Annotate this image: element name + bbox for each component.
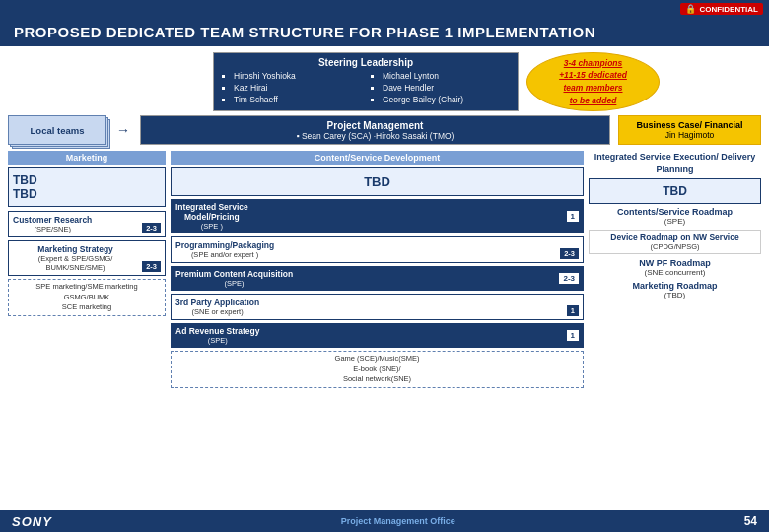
champions-oval: 3-4 champions +11-15 dedicated team memb…	[526, 52, 660, 111]
marketing-roadmap-item: Marketing Roadmap (TBD)	[589, 281, 761, 299]
project-mgmt-title: Project Management	[327, 120, 424, 131]
premium-content-box: Premium Content Acquisition (SPE) 2-3	[171, 266, 584, 291]
row2: Local teams → Project Management ▪ Sean …	[8, 115, 761, 145]
three-columns: Marketing TBD TBD Customer Research (SPE…	[8, 151, 761, 388]
local-teams-wrapper: Local teams	[8, 115, 114, 145]
steering-person-1: Hiroshi Yoshioka	[234, 71, 361, 83]
top-bar: 🔒 CONFIDENTIAL	[0, 0, 769, 18]
col-left-header: Marketing	[8, 151, 166, 165]
col-mid-bottom: Game (SCE)/Music(SME) E-book (SNE)/ Soci…	[171, 351, 584, 388]
col-right: Integrated Service Execution/ Delivery P…	[589, 151, 761, 388]
marketing-roadmap-title: Marketing Roadmap	[589, 281, 761, 291]
col-mid-header: Content/Service Development	[171, 151, 584, 165]
ad-revenue-title: Ad Revenue Strategy	[175, 326, 260, 336]
steering-person-5: Dave Hendler	[383, 83, 510, 95]
party-badge: 1	[567, 305, 579, 316]
premium-sub: (SPE)	[175, 279, 293, 288]
business-case-box: Business Case/ Financial Jin Hagimoto	[618, 115, 761, 145]
device-roadmap-title: Device Roadmap on NW Service	[593, 233, 757, 242]
steering-person-3: Tim Schaeff	[234, 95, 361, 106]
programming-sub: (SPE and/or expert )	[175, 250, 274, 259]
confidential-badge: 🔒 CONFIDENTIAL	[680, 3, 763, 15]
col-left: Marketing TBD TBD Customer Research (SPE…	[8, 151, 166, 388]
marketing-tbd-line1: TBD	[13, 173, 161, 187]
project-mgmt-box: Project Management ▪ Sean Carey (SCA) ·H…	[140, 115, 610, 145]
premium-badge: 2-3	[559, 273, 579, 284]
nw-roadmap-sub: (SNE concurrent)	[589, 268, 761, 277]
party-sub: (SNE or expert)	[175, 307, 259, 316]
champions-line4: to be added	[570, 95, 617, 107]
mid-tbd-box: TBD	[171, 167, 584, 196]
programming-box: Programming/Packaging (SPE and/or expert…	[171, 236, 584, 263]
device-roadmap-sub: (CPDG/NPSG)	[593, 242, 757, 251]
col-mid: Content/Service Development TBD Integrat…	[171, 151, 584, 388]
customer-research-sub: (SPE/SNE)	[13, 225, 92, 233]
steering-title: Steering Leadership	[222, 57, 510, 68]
sony-logo: SONY	[12, 514, 52, 529]
contents-roadmap-item: Contents/Service Roadmap (SPE)	[589, 207, 761, 226]
steering-col-right: Michael Lynton Dave Hendler George Baile…	[371, 71, 510, 106]
page-number: 54	[744, 514, 757, 528]
champions-line2: +11-15 dedicated	[559, 69, 627, 82]
project-mgmt-sub: ▪ Sean Carey (SCA) ·Hiroko Sasaki (TMO)	[297, 131, 454, 141]
marketing-tbd-line2: TBD	[13, 187, 161, 201]
nw-roadmap-item: NW PF Roadmap (SNE concurrent)	[589, 258, 761, 277]
ise-tbd-box: TBD	[589, 178, 761, 204]
customer-research-badge: 2-3	[142, 223, 161, 233]
party-application-box: 3rd Party Application (SNE or expert) 1	[171, 294, 584, 320]
col-right-header: Integrated Service Execution/ Delivery P…	[589, 151, 761, 175]
steering-person-2: Kaz Hirai	[234, 83, 361, 95]
steering-box: Steering Leadership Hiroshi Yoshioka Kaz…	[213, 52, 519, 111]
page-title: PROPOSED DEDICATED TEAM STRUCTURE FOR PH…	[0, 18, 769, 46]
marketing-tbd-box: TBD TBD	[8, 167, 166, 207]
ad-revenue-badge: 1	[567, 330, 579, 341]
ad-revenue-sub: (SPE)	[175, 336, 260, 345]
local-teams-label: Local teams	[31, 125, 85, 136]
device-roadmap-item: Device Roadmap on NW Service (CPDG/NPSG)	[589, 230, 761, 254]
nw-roadmap-title: NW PF Roadmap	[589, 258, 761, 268]
confidential-icon: 🔒	[685, 4, 696, 14]
contents-roadmap-title: Contents/Service Roadmap	[589, 207, 761, 217]
integrated-badge: 1	[567, 211, 579, 222]
col-left-bottom: SPE marketing/SME marketing GSMG/BUMK SC…	[8, 279, 166, 316]
confidential-text: CONFIDENTIAL	[699, 5, 758, 14]
marketing-strategy-badge: 2-3	[142, 261, 161, 272]
steering-col-left: Hiroshi Yoshioka Kaz Hirai Tim Schaeff	[222, 71, 361, 106]
ad-revenue-box: Ad Revenue Strategy (SPE) 1	[171, 323, 584, 348]
main-content: Steering Leadership Hiroshi Yoshioka Kaz…	[0, 46, 769, 394]
business-case-title: Business Case/ Financial	[636, 120, 742, 130]
contents-roadmap-sub: (SPE)	[589, 217, 761, 226]
programming-badge: 2-3	[560, 248, 579, 259]
steering-person-6: George Bailey (Chair)	[383, 95, 510, 106]
local-teams-box: Local teams	[8, 115, 106, 145]
integrated-sub: (SPE )	[175, 222, 248, 231]
champions-line3: team members	[563, 82, 622, 95]
steering-person-4: Michael Lynton	[383, 71, 510, 83]
integrated-service-box: Integrated Service Model/Pricing (SPE ) …	[171, 199, 584, 233]
marketing-strategy-sub: (Expert & SPE/GSMG/ BUMK/SNE/SME)	[13, 254, 138, 272]
page: 🔒 CONFIDENTIAL PROPOSED DEDICATED TEAM S…	[0, 0, 769, 532]
premium-title: Premium Content Acquisition	[175, 269, 293, 279]
customer-research-title: Customer Research	[13, 215, 92, 225]
marketing-strategy-title: Marketing Strategy	[13, 244, 138, 254]
business-case-sub: Jin Hagimoto	[665, 130, 715, 140]
footer-label: Project Management Office	[341, 516, 455, 526]
customer-research-box: Customer Research (SPE/SNE) 2-3	[8, 211, 166, 237]
integrated-title: Integrated Service Model/Pricing	[175, 202, 248, 222]
marketing-strategy-box: Marketing Strategy (Expert & SPE/GSMG/ B…	[8, 240, 166, 276]
programming-title: Programming/Packaging	[175, 240, 274, 250]
marketing-roadmap-sub: (TBD)	[589, 291, 761, 299]
party-title: 3rd Party Application	[175, 298, 259, 307]
bottom-bar: SONY Project Management Office 54	[0, 510, 769, 532]
arrow-connector: →	[116, 115, 130, 145]
champions-line1: 3-4 champions	[564, 57, 623, 70]
